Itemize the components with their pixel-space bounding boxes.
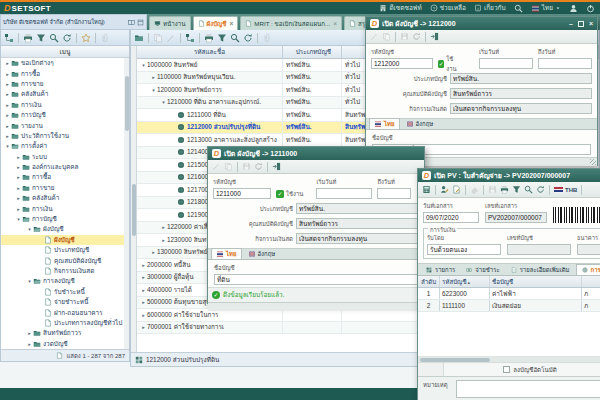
tree-expander-icon[interactable]: ▾ [4,143,11,149]
tree-item[interactable]: ▾ผังบัญชี [1,224,129,234]
pv-column-header-3[interactable] [582,276,600,287]
tree-item[interactable]: ▸การซื้อ [1,68,129,78]
account-attr-input[interactable] [450,88,592,99]
account-code-input[interactable] [371,58,433,69]
filter-icon[interactable] [36,33,46,43]
tree-view-icon[interactable] [4,33,14,43]
tab-close-icon[interactable]: × [230,20,234,27]
refresh-icon[interactable] [62,33,72,43]
pv-column-header-0[interactable]: ลำดับ [418,276,440,287]
row-expander-icon[interactable]: ▾ [150,87,157,93]
row-expander-icon[interactable]: ▸ [140,312,147,318]
tree-expander-icon[interactable]: ▸ [15,174,22,180]
tree-expander-icon[interactable]: ▸ [4,102,11,108]
tree-expander-icon[interactable]: ▸ [15,154,22,160]
active-checkbox[interactable]: ✓ ใช้งาน [276,188,303,199]
active-checkbox[interactable]: ✓ ใช้งาน [438,58,460,69]
language-selector[interactable]: ไทย [531,3,561,13]
top-menu-item-0[interactable]: ดีเซตซอฟท์ [379,3,421,13]
resize-grip[interactable] [590,159,596,165]
calculator-icon[interactable] [422,185,431,194]
exit-icon[interactable] [272,162,281,171]
account-attr-input[interactable] [296,218,419,229]
account-name-input[interactable] [214,274,418,285]
user-icon[interactable] [569,4,578,13]
tree-expander-icon[interactable]: ▸ [15,206,22,212]
tree-item[interactable]: ▸ระบบ [1,152,129,162]
window-tab-1[interactable]: ผังบัญชี× [193,16,239,30]
tab-รายการ[interactable]: รายการ [421,264,459,275]
pv-column-header-2[interactable]: ชื่อบัญชี [490,276,582,287]
tree-item[interactable]: ▸การเงิน [1,100,129,110]
tree-item[interactable]: ▸รายงาน [1,120,129,130]
tab-ไทย[interactable]: ไทย [211,248,242,259]
tree-expander-icon[interactable]: ▸ [4,81,11,87]
tree-item[interactable]: ฝาก-ถอนธนาคาร [1,307,129,317]
end-date-input[interactable] [538,58,592,69]
row-expander-icon[interactable]: ▸ [150,74,157,80]
row-expander-icon[interactable]: ▸ [140,274,147,280]
search-icon[interactable] [49,33,59,43]
search-icon[interactable] [514,4,523,13]
start-date-input[interactable] [479,58,533,69]
tree-item[interactable]: ▾การตั้งค่า [1,141,129,151]
tree-item[interactable]: ▾การลงบัญชี [1,276,129,286]
tree-item[interactable]: ▸การขาย [1,79,129,89]
row-expander-icon[interactable]: ▾ [160,99,167,105]
autopost-checkbox[interactable]: ลงบัญชีอัตโนมัติ [444,365,600,375]
end-date-input[interactable] [377,188,411,199]
tree-expander-icon[interactable]: ▸ [4,71,11,77]
search-icon[interactable] [524,185,533,194]
search-icon[interactable] [230,33,240,43]
dialog-title-bar[interactable]: D เปิด PV : ใบสำคัญจ่าย -> PV202007/0000… [418,169,600,182]
tree-item[interactable]: ▸คลังสินค้า [1,193,129,203]
top-menu-item-2[interactable]: iเกี่ยวกับ [474,3,506,13]
tree-item[interactable]: ▸สินทรัพย์ถาวร [1,328,129,338]
tree-expander-icon[interactable]: ▸ [15,185,22,191]
row-expander-icon[interactable]: ▸ [160,237,167,243]
tree-item[interactable]: ▸การขาย [1,183,129,193]
tree-item[interactable]: ▸คลังสินค้า [1,89,129,99]
filter-icon[interactable] [217,33,227,43]
cash-activity-input[interactable] [296,233,419,244]
expand-panel-icon[interactable] [137,19,144,26]
pv-table-row[interactable]: 16223000ค่าไฟฟ้าภ [418,288,600,300]
contact-edit-icon[interactable] [440,185,449,194]
tree-expander-icon[interactable]: ▸ [4,91,11,97]
doc-date-input[interactable] [423,212,479,223]
doc-number-input[interactable] [485,212,547,223]
tab-จ่ายชำระ[interactable]: จ่ายชำระ [461,264,503,275]
tree-item[interactable]: คุณสมบัติผังบัญชี [1,255,129,265]
tree-item[interactable]: ▾การบัญชี [1,214,129,224]
tree-expander-icon[interactable]: ▸ [26,330,33,336]
open-icon[interactable] [134,33,144,43]
account-type-input[interactable] [296,203,419,214]
received-by-input[interactable] [427,244,501,255]
account-type-input[interactable] [450,73,592,84]
account-no-input[interactable] [507,244,571,255]
tree-item[interactable]: ▸ขอเบิกต่างๆ [1,58,129,68]
row-expander-icon[interactable]: ▸ [140,299,147,305]
tab-อังกฤษ[interactable]: อังกฤษ [244,248,280,259]
tree-item[interactable]: ประเภทบัญชี [1,245,129,255]
print-icon[interactable] [23,33,33,43]
document-edit-icon[interactable] [452,185,461,194]
exit-icon[interactable] [430,32,439,41]
tab-รายละเอียดเพิ่มเติม[interactable]: รายละเอียดเพิ่มเติม [506,264,574,275]
pv-table-row[interactable]: 21111100เงินสดย่อยภ [418,300,600,312]
tree-expander-icon[interactable]: ▸ [15,195,22,201]
start-date-input[interactable] [316,188,372,199]
tree-item[interactable]: ▸การบัญชี [1,110,129,120]
row-expander-icon[interactable]: ▾ [140,62,147,68]
close-button[interactable]: × [589,20,593,27]
tree-item[interactable]: ▸การซื้อ [1,172,129,182]
popout-button[interactable] [578,21,584,27]
tree-item[interactable]: ▸การเงิน [1,203,129,213]
dialog-title-bar[interactable]: D เปิด ผังบัญชี -> 1211000 [208,147,424,160]
tab-การลงบัญชี[interactable]: การลงบัญชี [576,264,600,275]
pv-column-header-1[interactable]: รหัสบัญชี▴ [440,276,490,287]
window-tab-2[interactable]: MRIT : ขอเบิกเงินสดแผนก...× [240,16,342,30]
tab-close-icon[interactable]: × [333,20,337,27]
tree-expander-icon[interactable]: ▸ [4,133,11,139]
currency-selector[interactable]: THB [554,187,577,193]
